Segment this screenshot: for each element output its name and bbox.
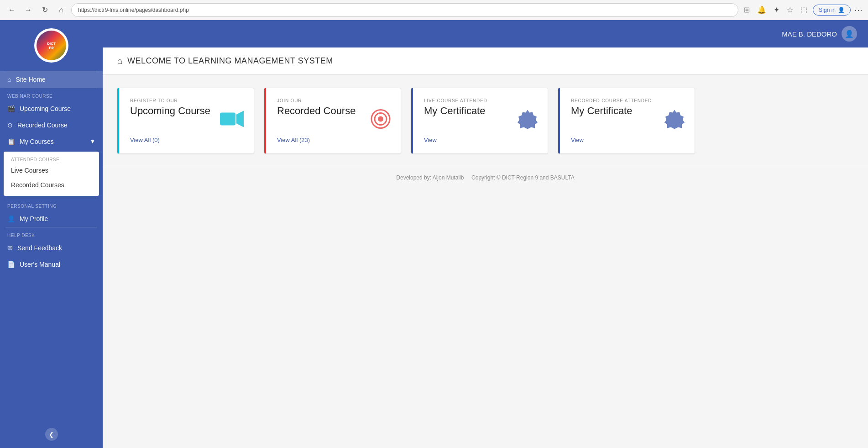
sidebar-item-my-profile[interactable]: 👤 My Profile: [0, 211, 103, 227]
badge-icon-2: [664, 109, 685, 133]
extensions-icon[interactable]: ⬚: [799, 4, 809, 16]
sidebar-section-personal: PERSONAL SETTING: [0, 198, 103, 211]
browser-chrome: ← → ↻ ⌂ https://dictr9-lms.online/pages/…: [0, 0, 868, 20]
footer-copyright: Copyright © DICT Region 9 and BASULTA: [471, 174, 575, 181]
sidebar-item-recorded-course[interactable]: ⊙ Recorded Course: [0, 117, 103, 133]
card-upcoming-subtitle: REGISTER TO OUR: [130, 98, 243, 103]
video-icon: 🎬: [7, 105, 15, 112]
browser-toolbar: ⊞ 🔔 ✦ ☆ ⬚ Sign in 👤 ⋯: [742, 4, 863, 16]
chevron-down-icon: ▼: [90, 138, 95, 145]
submenu-section-label: ATTENDED COURSE:: [4, 155, 99, 163]
video-camera-icon: [220, 111, 244, 131]
user-name: MAE B. DEDORO: [782, 30, 837, 38]
bookmark-icon[interactable]: ☆: [785, 4, 795, 16]
sidebar-item-site-home[interactable]: ⌂ Site Home: [0, 71, 103, 88]
sidebar-upcoming-label: Upcoming Course: [20, 105, 71, 112]
bell-icon[interactable]: 🔔: [755, 4, 768, 16]
svg-marker-5: [518, 110, 538, 129]
sidebar-site-home-label: Site Home: [16, 76, 45, 83]
grid-icon[interactable]: ⊞: [742, 4, 752, 16]
page-header: ⌂ WELCOME TO LEARNING MANAGEMENT SYSTEM: [103, 47, 868, 75]
page-content: ⌂ WELCOME TO LEARNING MANAGEMENT SYSTEM …: [103, 47, 868, 448]
sidebar-recorded-label: Recorded Course: [17, 121, 68, 129]
sidebar-logo: DICTR9: [0, 20, 103, 71]
submenu-item-live-courses[interactable]: Live Courses: [4, 163, 99, 178]
dashboard-cards: REGISTER TO OUR Upcoming Course View All…: [103, 75, 868, 167]
sidebar-item-upcoming-course[interactable]: 🎬 Upcoming Course: [0, 100, 103, 117]
forward-button[interactable]: →: [22, 4, 35, 16]
submenu-item-recorded-courses[interactable]: Recorded Courses: [4, 178, 99, 192]
sidebar-section-webinar: WEBINAR COURSE: [0, 88, 103, 100]
svg-point-4: [378, 116, 383, 121]
svg-rect-0: [220, 112, 235, 125]
svg-marker-6: [664, 110, 685, 129]
card-recorded-cert-link[interactable]: View: [571, 137, 684, 143]
sidebar-item-send-feedback[interactable]: ✉ Send Feedback: [0, 240, 103, 256]
top-header: MAE B. DEDORO 👤: [103, 20, 868, 47]
home-icon: ⌂: [7, 76, 11, 83]
avatar: 👤: [842, 26, 857, 42]
page-footer: Developed by: Aljon Mutalib Copyright © …: [103, 167, 868, 188]
page-title: WELCOME TO LEARNING MANAGEMENT SYSTEM: [127, 56, 333, 66]
courses-icon: 📋: [7, 138, 15, 145]
app-container: DICTR9 ⌂ Site Home WEBINAR COURSE 🎬 Upco…: [0, 20, 868, 448]
logo-image: DICTR9: [37, 31, 66, 60]
signin-button[interactable]: Sign in 👤: [813, 5, 851, 16]
sidebar-item-users-manual[interactable]: 📄 User's Manual: [0, 256, 103, 273]
card-recorded-certificate: RECORDED COURSE ATTENDED My Certificate …: [558, 88, 695, 154]
card-live-cert-link[interactable]: View: [424, 137, 537, 143]
card-upcoming-course: REGISTER TO OUR Upcoming Course View All…: [117, 88, 254, 154]
card-live-certificate: LIVE COURSE ATTENDED My Certificate View: [411, 88, 548, 154]
feedback-icon: ✉: [7, 244, 13, 252]
target-icon: [371, 109, 391, 133]
back-button[interactable]: ←: [5, 4, 18, 16]
logo-circle: DICTR9: [34, 28, 68, 63]
sidebar-item-my-courses[interactable]: 📋 My Courses ▼: [0, 133, 103, 150]
profile-icon: 👤: [7, 215, 15, 222]
sidebar-send-feedback-label: Send Feedback: [17, 244, 62, 252]
card-recorded-cert-subtitle: RECORDED COURSE ATTENDED: [571, 98, 684, 103]
sidebar: DICTR9 ⌂ Site Home WEBINAR COURSE 🎬 Upco…: [0, 20, 103, 448]
footer-developed-by: Developed by: Aljon Mutalib: [396, 174, 464, 181]
card-live-cert-subtitle: LIVE COURSE ATTENDED: [424, 98, 537, 103]
sidebar-my-courses-label: My Courses: [20, 138, 54, 145]
sidebar-my-profile-label: My Profile: [20, 215, 48, 222]
page-home-icon: ⌂: [117, 56, 123, 66]
sidebar-toggle-button[interactable]: ❮: [45, 428, 58, 441]
card-upcoming-link[interactable]: View All (0): [130, 137, 243, 143]
card-recorded-subtitle: JOIN OUR: [277, 98, 390, 103]
more-button[interactable]: ⋯: [854, 5, 863, 15]
user-info: MAE B. DEDORO 👤: [782, 26, 857, 42]
sidebar-section-helpdesk: HELP DESK: [0, 227, 103, 240]
sidebar-submenu-courses: ATTENDED COURSE: Live Courses Recorded C…: [4, 152, 99, 196]
main-content: MAE B. DEDORO 👤 ⌂ WELCOME TO LEARNING MA…: [103, 20, 868, 448]
card-recorded-link[interactable]: View All (23): [277, 137, 390, 143]
circle-icon: ⊙: [7, 121, 13, 129]
reload-button[interactable]: ↻: [38, 4, 51, 16]
address-bar[interactable]: https://dictr9-lms.online/pages/dashboar…: [71, 3, 738, 17]
sidebar-users-manual-label: User's Manual: [20, 261, 60, 268]
url-text: https://dictr9-lms.online/pages/dashboar…: [78, 7, 189, 13]
home-button[interactable]: ⌂: [55, 4, 68, 16]
svg-marker-1: [236, 111, 244, 127]
card-recorded-course: JOIN OUR Recorded Course View All (23): [264, 88, 401, 154]
badge-icon-1: [518, 109, 538, 133]
star-outline-icon[interactable]: ✦: [772, 4, 781, 16]
manual-icon: 📄: [7, 261, 15, 268]
